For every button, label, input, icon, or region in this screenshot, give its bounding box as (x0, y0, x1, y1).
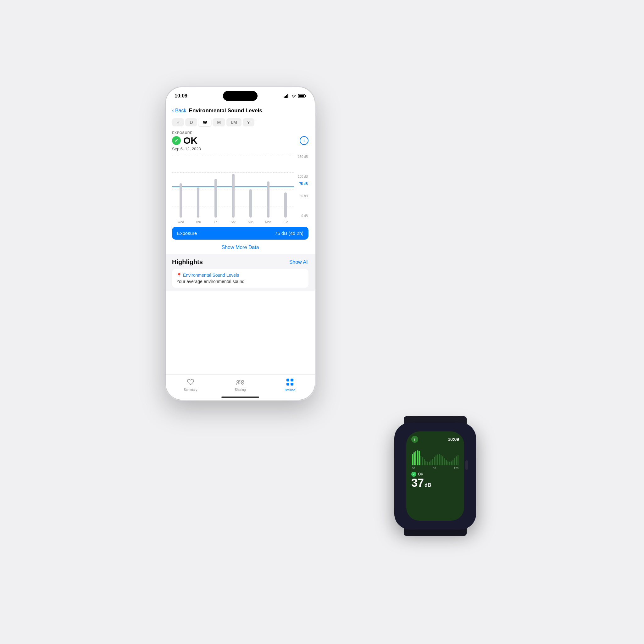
meter-bar-12 (432, 459, 433, 465)
tab-browse-label: Browse (285, 388, 295, 392)
tab-w[interactable]: W (198, 118, 211, 126)
bar-sun (243, 155, 258, 218)
tab-d[interactable]: D (185, 118, 197, 126)
highlight-card-desc: Your average environmental sound (176, 279, 304, 284)
exposure-ok: ✓ OK (172, 135, 197, 146)
show-all-button[interactable]: Show All (289, 259, 308, 265)
svg-rect-12 (291, 379, 293, 381)
meter-bar-18 (442, 456, 443, 465)
status-time: 10:09 (175, 93, 187, 99)
svg-point-9 (237, 380, 239, 382)
meter-label-30: 30 (412, 467, 415, 470)
tab-sharing[interactable]: Sharing (215, 379, 265, 391)
chart-y-labels: 150 dB 100 dB 50 dB 0 dB (298, 155, 308, 218)
battery-icon (298, 94, 306, 98)
location-icon: 📍 (176, 273, 182, 278)
wifi-icon (291, 94, 296, 98)
watch-crown[interactable] (465, 460, 468, 470)
tab-y[interactable]: Y (243, 118, 254, 126)
meter-bar-24 (452, 460, 453, 465)
exposure-bar[interactable]: Exposure 75 dB (4d 2h) (172, 227, 308, 240)
back-label: Back (175, 108, 186, 114)
y-label-0: 0 dB (298, 214, 308, 218)
back-button[interactable]: ‹ Back (172, 107, 186, 114)
tab-bar: Summary Sharing (166, 375, 315, 400)
home-indicator (221, 397, 259, 398)
meter-bar-9 (427, 462, 428, 465)
svg-rect-11 (286, 379, 289, 381)
y-label-50: 50 dB (298, 194, 308, 198)
meter-label-120: 120 (454, 467, 458, 470)
watch-info-button[interactable]: i (411, 436, 418, 443)
meter-bar-3 (417, 450, 418, 465)
meter-bar-19 (444, 458, 445, 465)
meter-bar-11 (430, 460, 431, 465)
svg-rect-0 (284, 97, 285, 98)
bar-sat (226, 155, 241, 218)
watch-db-reading: 37 dB (411, 477, 459, 489)
chart-bars (172, 155, 294, 218)
meter-bar-22 (449, 462, 450, 465)
y-label-100: 100 dB (298, 175, 308, 178)
tab-browse[interactable]: Browse (265, 379, 315, 392)
meter-bar-4 (419, 451, 419, 465)
tab-h[interactable]: H (172, 118, 184, 126)
x-label-sat: Sat (226, 220, 241, 224)
svg-point-8 (239, 380, 241, 382)
meter-bar-13 (434, 457, 435, 465)
tab-summary-label: Summary (184, 388, 197, 391)
meter-bar-7 (424, 459, 425, 465)
watch-ok-text: OK (418, 472, 423, 476)
svg-rect-14 (291, 383, 293, 386)
bar-tue (278, 155, 293, 218)
watch-db-number: 37 (411, 477, 424, 489)
meter-bar-15 (437, 454, 438, 465)
bar-fri (208, 155, 223, 218)
meter-bar-20 (446, 460, 447, 465)
svg-rect-3 (287, 94, 288, 98)
highlight-card[interactable]: 📍 Environmental Sound Levels Your averag… (172, 269, 308, 288)
tab-m[interactable]: M (213, 118, 225, 126)
meter-label-80: 80 (433, 467, 436, 470)
meter-bar-0 (412, 454, 413, 465)
ok-check-icon: ✓ (172, 136, 181, 145)
watch-screen: i 10:09 30 80 120 ✓ OK (406, 431, 464, 521)
svg-rect-2 (286, 95, 287, 98)
dynamic-island (223, 91, 258, 101)
bar-wed (173, 155, 188, 218)
ok-text: OK (183, 135, 197, 146)
date-range: Sep 6–12, 2023 (172, 147, 308, 151)
info-button[interactable]: i (300, 136, 308, 145)
svg-rect-13 (286, 383, 289, 386)
svg-rect-7 (299, 95, 304, 97)
highlights-section: Highlights Show All 📍 Environmental Soun… (166, 254, 315, 291)
meter-bar-5 (420, 456, 421, 465)
highlight-card-title: 📍 Environmental Sound Levels (176, 273, 304, 278)
watch-ok-check-icon: ✓ (411, 472, 416, 477)
x-label-tue: Tue (278, 220, 293, 224)
x-label-fri: Fri (208, 220, 223, 224)
meter-bar-23 (451, 461, 452, 465)
bar-thu (191, 155, 206, 218)
x-label-wed: Wed (173, 220, 188, 224)
meter-bar-2 (415, 451, 416, 465)
tab-6m[interactable]: 6M (226, 118, 241, 126)
highlights-header: Highlights Show All (172, 258, 308, 266)
bar-mon (261, 155, 276, 218)
page-title: Environmental Sound Levels (189, 108, 262, 114)
chart-area: 75 dB (172, 155, 308, 224)
exposure-label: EXPOSURE (172, 131, 308, 135)
exposure-status-row: ✓ OK i (172, 135, 308, 146)
meter-bar-1 (414, 452, 414, 465)
y-label-150: 150 dB (298, 155, 308, 158)
browse-icon (286, 379, 293, 387)
meter-bar-16 (439, 454, 440, 465)
time-tabs: H D W M 6M Y (166, 116, 315, 128)
sharing-icon (236, 379, 244, 387)
watch-body: i 10:09 30 80 120 ✓ OK (394, 423, 476, 530)
show-more-data-button[interactable]: Show More Data (166, 241, 315, 254)
iphone-content: ‹ Back Environmental Sound Levels H D W … (166, 105, 315, 375)
meter-bar-8 (425, 461, 426, 465)
tab-summary[interactable]: Summary (166, 379, 215, 391)
svg-rect-1 (285, 96, 286, 98)
